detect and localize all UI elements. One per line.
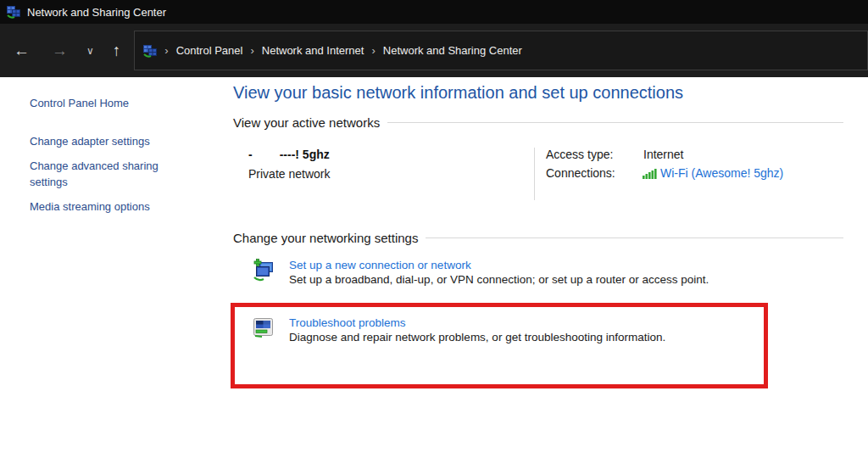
active-networks-section-header: View your active networks [233, 115, 843, 130]
breadcrumb-network-and-internet[interactable]: Network and Internet [262, 44, 364, 57]
wifi-connection-link[interactable]: Wi-Fi (Awesome! 5ghz) [660, 166, 783, 180]
section-divider-line [387, 122, 843, 123]
setting-item-new-connection: Set up a new connection or network Set u… [252, 259, 843, 287]
content-area: Control Panel Home Change adapter settin… [0, 77, 868, 475]
network-name: -----! 5ghz [248, 148, 534, 161]
address-network-icon [143, 44, 157, 58]
setting-item-troubleshoot: Troubleshoot problems Diagnose and repai… [252, 316, 764, 344]
sidebar-item-control-panel-home[interactable]: Control Panel Home [30, 95, 181, 111]
access-type-label: Access type: [546, 148, 625, 161]
networking-settings-section-header: Change your networking settings [233, 231, 843, 245]
highlight-box: Troubleshoot problems Diagnose and repai… [231, 303, 768, 388]
troubleshoot-description: Diagnose and repair network problems, or… [289, 331, 665, 344]
troubleshoot-icon [252, 316, 275, 339]
breadcrumb-network-and-sharing-center[interactable]: Network and Sharing Center [383, 44, 522, 57]
forward-button[interactable]: → [52, 42, 68, 59]
networking-settings-section-title: Change your networking settings [233, 231, 418, 245]
active-network-row: -----! 5ghz Private network Access type:… [248, 148, 843, 200]
breadcrumb-separator-icon: › [371, 44, 375, 57]
active-network-identity: -----! 5ghz Private network [248, 148, 534, 200]
section-divider-line [426, 238, 843, 238]
breadcrumb-separator-icon: › [164, 44, 168, 57]
sidebar-item-change-advanced-sharing-settings[interactable]: Change advanced sharing settings [30, 158, 181, 190]
window-title: Network and Sharing Center [27, 6, 166, 19]
active-network-details: Access type: Internet Connections: [535, 148, 783, 200]
title-bar: Network and Sharing Center [0, 0, 868, 24]
troubleshoot-text: Troubleshoot problems Diagnose and repai… [289, 316, 665, 344]
new-connection-icon [252, 259, 275, 282]
active-networks-section-title: View your active networks [233, 115, 380, 130]
up-button[interactable]: ↑ [113, 42, 121, 59]
wifi-signal-icon [643, 168, 657, 179]
network-sharing-center-window: Network and Sharing Center ← → ∨ ↑ › Con… [0, 0, 868, 475]
sidebar-item-media-streaming-options[interactable]: Media streaming options [30, 198, 181, 215]
troubleshoot-problems-link[interactable]: Troubleshoot problems [289, 316, 665, 329]
network-name-visible-fragment: ----! 5ghz [280, 148, 330, 161]
connections-label: Connections: [546, 166, 625, 180]
network-app-icon [7, 5, 20, 19]
navigation-bar: ← → ∨ ↑ › Control Panel › Network and In… [0, 24, 868, 77]
access-type-value: Internet [643, 148, 683, 161]
new-connection-link[interactable]: Set up a new connection or network [289, 259, 709, 271]
breadcrumb-separator-icon: › [250, 44, 253, 57]
new-connection-text: Set up a new connection or network Set u… [289, 259, 709, 287]
connections-row: Connections: Wi-Fi (Awesome! 5ghz) [546, 166, 783, 180]
sidebar: Control Panel Home Change adapter settin… [30, 95, 181, 215]
main-panel: View your basic network information and … [233, 77, 843, 287]
recent-pages-chevron-icon[interactable]: ∨ [86, 46, 94, 56]
access-type-row: Access type: Internet [546, 148, 783, 161]
breadcrumb-control-panel[interactable]: Control Panel [176, 44, 243, 57]
new-connection-description: Set up a broadband, dial-up, or VPN conn… [289, 273, 709, 286]
sidebar-item-change-adapter-settings[interactable]: Change adapter settings [30, 133, 181, 149]
page-title: View your basic network information and … [233, 83, 843, 103]
network-name-redacted-fragment: - [248, 148, 253, 161]
network-profile-type: Private network [248, 167, 534, 181]
address-bar[interactable]: › Control Panel › Network and Internet ›… [134, 31, 868, 70]
back-button[interactable]: ← [14, 42, 30, 59]
